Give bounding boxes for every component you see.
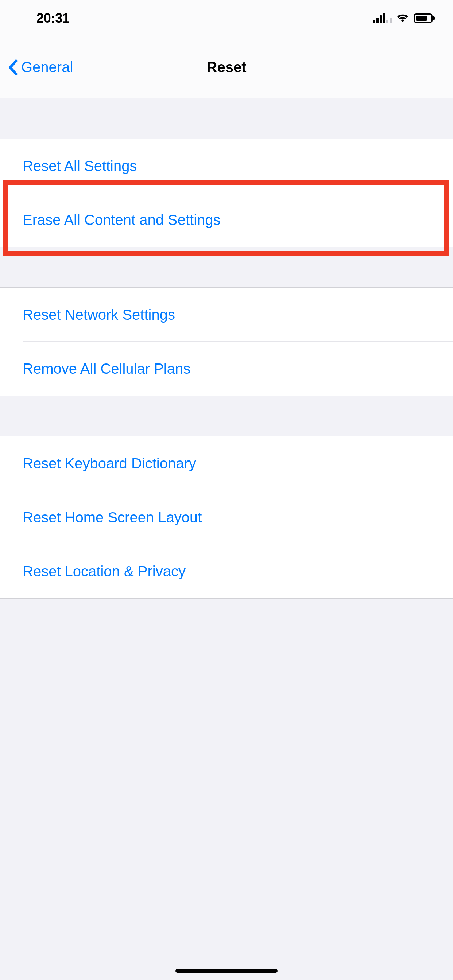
group-2: Reset Network Settings Remove All Cellul… (0, 287, 453, 396)
home-indicator[interactable] (175, 969, 278, 973)
row-reset-home-screen[interactable]: Reset Home Screen Layout (0, 490, 453, 544)
settings-list: Reset All Settings Erase All Content and… (0, 99, 453, 599)
wifi-icon (396, 13, 409, 23)
row-label: Reset All Settings (22, 158, 137, 174)
row-reset-network[interactable]: Reset Network Settings (0, 288, 453, 342)
nav-bar: General Reset (0, 37, 453, 99)
status-right (373, 13, 435, 23)
page-title: Reset (207, 59, 247, 75)
status-bar: 20:31 (0, 0, 453, 37)
row-label: Reset Network Settings (22, 307, 175, 323)
row-label: Remove All Cellular Plans (22, 361, 190, 377)
row-reset-location-privacy[interactable]: Reset Location & Privacy (0, 544, 453, 598)
row-reset-all-settings[interactable]: Reset All Settings (0, 139, 453, 193)
cellular-signal-icon (373, 13, 392, 23)
row-label: Reset Keyboard Dictionary (22, 455, 196, 472)
row-label: Reset Home Screen Layout (22, 509, 202, 526)
row-label: Reset Location & Privacy (22, 563, 186, 580)
status-time: 20:31 (37, 11, 70, 26)
group-3: Reset Keyboard Dictionary Reset Home Scr… (0, 436, 453, 599)
group-1: Reset All Settings Erase All Content and… (0, 138, 453, 247)
row-erase-all-content[interactable]: Erase All Content and Settings (0, 193, 453, 247)
chevron-left-icon (7, 59, 18, 75)
row-remove-cellular[interactable]: Remove All Cellular Plans (0, 342, 453, 396)
battery-icon (414, 13, 435, 23)
back-button[interactable]: General (0, 59, 73, 75)
back-label: General (21, 59, 73, 75)
row-label: Erase All Content and Settings (22, 212, 221, 228)
row-reset-keyboard[interactable]: Reset Keyboard Dictionary (0, 436, 453, 490)
